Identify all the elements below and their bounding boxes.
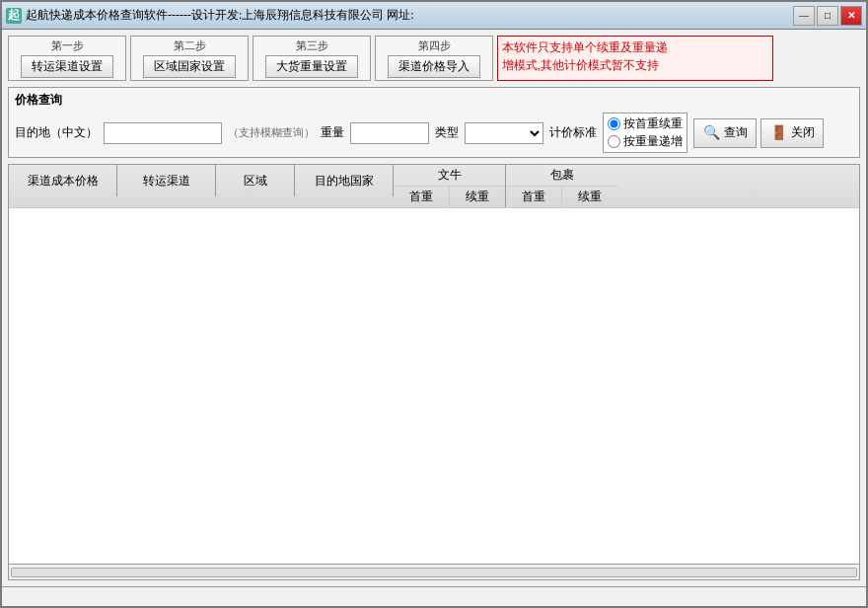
radio-group: 按首重续重 按重量递增 <box>603 113 687 153</box>
window-title: 起航快递成本价格查询软件------设计开发:上海辰翔信息科技有限公司 网址: <box>26 7 793 24</box>
step-1-box[interactable]: 第一步 转运渠道设置 <box>8 36 126 81</box>
th-dest-country: 目的地国家 <box>295 165 394 196</box>
weight-input[interactable] <box>350 122 429 144</box>
search-icon: 🔍 <box>702 124 720 142</box>
th-parcel-label: 包裹 <box>506 165 617 187</box>
steps-container: 第一步 转运渠道设置 第二步 区域国家设置 第三步 大货重量设置 第四步 渠道价… <box>8 36 860 81</box>
close-label: 关闭 <box>791 124 815 141</box>
app-icon: 起 <box>6 8 22 24</box>
title-bar: 起 起航快递成本价格查询软件------设计开发:上海辰翔信息科技有限公司 网址… <box>2 2 866 30</box>
th-parcel-subs: 首重 续重 <box>506 187 617 207</box>
th-wenniu-label: 文牛 <box>394 165 505 187</box>
type-select[interactable] <box>465 122 543 144</box>
th-area: 区域 <box>216 165 295 196</box>
th-channel-price: 渠道成本价格 <box>9 165 117 196</box>
notice-box: 本软件只支持单个续重及重量递 增模式,其他计价模式暂不支持 <box>497 36 773 81</box>
radio-1-label: 按首重续重 <box>623 115 683 132</box>
minimize-button[interactable]: — <box>793 6 815 26</box>
radio-2[interactable] <box>608 135 620 148</box>
status-bar <box>2 586 866 606</box>
window-controls: — □ ✕ <box>793 6 862 26</box>
horizontal-scrollbar[interactable] <box>9 564 859 579</box>
maximize-button[interactable]: □ <box>817 6 838 26</box>
dest-hint: （支持模糊查询） <box>228 125 315 140</box>
main-window: 起 起航快递成本价格查询软件------设计开发:上海辰翔信息科技有限公司 网址… <box>0 0 868 608</box>
main-content: 第一步 转运渠道设置 第二步 区域国家设置 第三步 大货重量设置 第四步 渠道价… <box>2 30 866 586</box>
scrollbar-track[interactable] <box>11 568 857 577</box>
step-3-button[interactable]: 大货重量设置 <box>265 55 358 78</box>
query-title: 价格查询 <box>15 92 853 109</box>
step-3-title: 第三步 <box>261 38 362 53</box>
table-section: 渠道成本价格 转运渠道 区域 目的地国家 文牛 <box>8 164 860 580</box>
action-buttons: 🔍 查询 🚪 关闭 <box>693 118 824 148</box>
radio-1[interactable] <box>608 117 620 130</box>
query-row: 目的地（中文） （支持模糊查询） 重量 类型 计价标准 按首重续重 <box>15 113 853 153</box>
dest-input[interactable] <box>104 122 222 144</box>
weight-label: 重量 <box>321 124 344 141</box>
step-4-box[interactable]: 第四步 渠道价格导入 <box>375 36 493 81</box>
th-wenniu-subs: 首重 续重 <box>394 187 505 207</box>
close-query-button[interactable]: 🚪 关闭 <box>760 118 824 148</box>
table-body <box>9 208 859 564</box>
th-group-wenniu: 文牛 首重 续重 <box>394 165 506 207</box>
step-1-title: 第一步 <box>17 38 117 53</box>
th-wenniu-sub2: 续重 <box>450 187 505 207</box>
th-group-parcel: 包裹 首重 续重 <box>506 165 617 207</box>
step-4-title: 第四步 <box>384 38 484 53</box>
type-label: 类型 <box>435 124 459 141</box>
th-relay-channel: 转运渠道 <box>117 165 216 196</box>
table-header-row1: 渠道成本价格 转运渠道 区域 目的地国家 文牛 <box>9 165 859 208</box>
radio-item-1[interactable]: 按首重续重 <box>608 115 683 132</box>
th-parcel-sub1: 首重 <box>506 187 562 207</box>
notice-line2: 增模式,其他计价模式暂不支持 <box>502 56 768 74</box>
close-button[interactable]: ✕ <box>840 6 862 26</box>
notice-line1: 本软件只支持单个续重及重量递 <box>502 38 768 56</box>
radio-item-2[interactable]: 按重量递增 <box>608 133 683 150</box>
step-2-title: 第二步 <box>139 38 240 53</box>
search-label: 查询 <box>724 124 748 141</box>
table-wrapper: 渠道成本价格 转运渠道 区域 目的地国家 文牛 <box>8 164 860 580</box>
close-icon: 🚪 <box>769 124 787 142</box>
step-1-button[interactable]: 转运渠道设置 <box>21 55 113 78</box>
query-section: 价格查询 目的地（中文） （支持模糊查询） 重量 类型 计价标准 按首重续重 <box>8 87 860 158</box>
th-parcel-sub2: 续重 <box>562 187 617 207</box>
dest-label: 目的地（中文） <box>15 124 98 141</box>
step-4-button[interactable]: 渠道价格导入 <box>388 55 480 78</box>
step-2-box[interactable]: 第二步 区域国家设置 <box>130 36 249 81</box>
radio-2-label: 按重量递增 <box>623 133 683 150</box>
search-button[interactable]: 🔍 查询 <box>693 118 757 148</box>
step-3-box[interactable]: 第三步 大货重量设置 <box>253 36 371 81</box>
th-wenniu-sub1: 首重 <box>394 187 450 207</box>
pricing-label: 计价标准 <box>549 124 597 141</box>
step-2-button[interactable]: 区域国家设置 <box>143 55 236 78</box>
